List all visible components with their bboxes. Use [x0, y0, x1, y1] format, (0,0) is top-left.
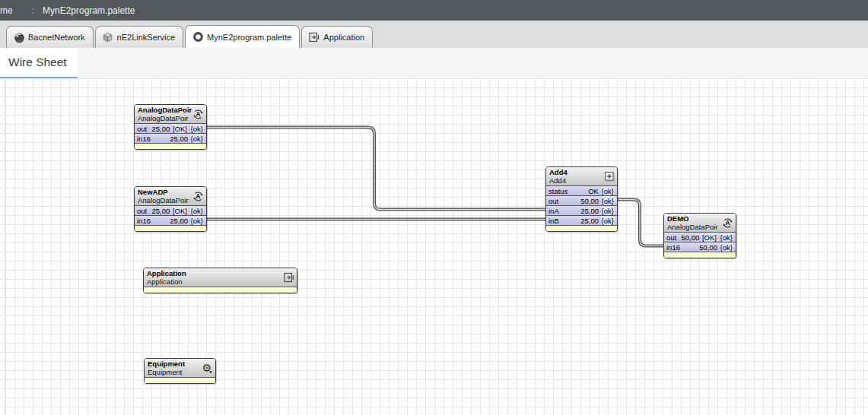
tab-myne2program-palette[interactable]: MynE2program.palette: [185, 25, 300, 48]
block-property-row-inA[interactable]: inA25,00 {ok}: [546, 205, 617, 215]
block-footer: [135, 143, 206, 149]
block-subtitle: AnalogDataPoir: [138, 114, 192, 122]
block-property-row-in16[interactable]: in1625,00 {ok}: [135, 215, 206, 225]
block-header[interactable]: DEMOAnalogDataPoirA: [664, 214, 736, 232]
block-title: DEMO: [667, 214, 721, 223]
globe-icon: [13, 31, 25, 43]
block-title: Add4: [549, 168, 603, 176]
block-property-row-status[interactable]: statusOK {ok}: [546, 185, 617, 195]
property-value: 25,00 {ok}: [580, 217, 615, 225]
tab-label: MynE2program.palette: [207, 33, 291, 42]
property-value: 50,00 {ok}: [699, 243, 733, 252]
wire-add4-out-to-demo-in16[interactable]: [618, 200, 663, 246]
block-subtitle: Application: [147, 277, 282, 286]
property-value: 25,00 [OK] {ok}: [152, 125, 204, 133]
tab-label: Application: [323, 33, 364, 42]
block-footer: [664, 252, 736, 258]
svg-text:A: A: [726, 220, 730, 227]
analog-point-icon: A: [192, 108, 205, 121]
wire-adp1-out-to-add4-inA[interactable]: [207, 128, 545, 210]
title-bar-fragment: me: [0, 5, 13, 16]
block-subtitle: Add4: [549, 176, 603, 185]
analog-point-icon: A: [192, 190, 205, 203]
property-name: in16: [137, 217, 151, 225]
block-title: Application: [147, 269, 282, 277]
block-property-row-out[interactable]: out25,00 [OK] {ok}: [135, 205, 206, 215]
title-bar-separator: :: [32, 5, 34, 16]
block-title: AnalogDataPoir: [138, 106, 192, 114]
property-name: in16: [137, 135, 151, 143]
block-header[interactable]: NewADPAnalogDataPoirA: [135, 187, 206, 205]
property-name: inA: [548, 207, 559, 215]
block-property-row-out[interactable]: out25,00 [OK] {ok}: [135, 123, 206, 133]
tab-ne2linkservice[interactable]: nE2LinkService: [95, 26, 183, 48]
property-name: inB: [548, 217, 559, 225]
block-titles: AnalogDataPoirAnalogDataPoir: [138, 106, 192, 122]
property-name: out: [548, 197, 558, 205]
block-demo[interactable]: DEMOAnalogDataPoirAout50,00 [OK] {ok}in1…: [663, 213, 736, 258]
block-header[interactable]: Add4Add4: [546, 167, 617, 185]
block-titles: ApplicationApplication: [147, 269, 282, 286]
block-title: NewADP: [138, 188, 192, 196]
block-property-row-out[interactable]: out50,00 [OK] {ok}: [664, 232, 736, 242]
tab-bar: BacnetNetworknE2LinkServiceMynE2program.…: [0, 21, 868, 48]
block-footer: [546, 225, 617, 231]
svg-text:A: A: [196, 193, 201, 200]
tab-application[interactable]: Application: [301, 26, 373, 48]
title-bar-title: MynE2program.palette: [43, 5, 135, 16]
tab-label: nE2LinkService: [117, 33, 175, 42]
tab-wire-sheet[interactable]: Wire Sheet: [0, 48, 78, 78]
property-value: 25,00 {ok}: [580, 207, 615, 215]
block-property-row-in16[interactable]: in1650,00 {ok}: [664, 242, 736, 252]
gear-icon: ⚙: [201, 362, 214, 375]
property-value: 25,00 {ok}: [170, 135, 204, 143]
wire-sheet-app: me : MynE2program.palette BacnetNetworkn…: [0, 0, 868, 415]
block-add4[interactable]: Add4Add4statusOK {ok}out50,00 {ok}inA25,…: [545, 166, 618, 232]
property-name: out: [137, 207, 147, 215]
block-application[interactable]: ApplicationApplication: [143, 268, 297, 293]
block-footer: [145, 377, 215, 383]
property-value: 50,00 [OK] {ok}: [682, 233, 733, 242]
cube-icon: [102, 31, 114, 43]
wire-sheet-canvas[interactable]: AnalogDataPoirAnalogDataPoirAout25,00 [O…: [0, 78, 868, 415]
property-name: out: [666, 233, 676, 242]
svg-text:A: A: [196, 111, 201, 118]
block-title: Equipment: [148, 360, 201, 368]
analog-point-icon: A: [721, 217, 734, 230]
block-new-adp[interactable]: NewADPAnalogDataPoirAout25,00 [OK] {ok}i…: [134, 186, 207, 232]
app-window-icon: [282, 271, 295, 284]
block-subtitle: Equipment: [148, 368, 201, 376]
ring-icon: [192, 31, 204, 43]
block-header[interactable]: EquipmentEquipment⚙: [145, 359, 215, 377]
block-subtitle: AnalogDataPoir: [138, 196, 192, 204]
property-value: 50,00 {ok}: [580, 197, 615, 205]
block-header[interactable]: ApplicationApplication: [144, 268, 297, 287]
property-value: OK {ok}: [588, 187, 615, 195]
block-footer: [135, 225, 206, 231]
block-header[interactable]: AnalogDataPoirAnalogDataPoirA: [135, 105, 206, 123]
block-subtitle: AnalogDataPoir: [667, 223, 721, 231]
block-analog-data-point-1[interactable]: AnalogDataPoirAnalogDataPoirAout25,00 [O…: [134, 104, 207, 150]
block-footer: [144, 287, 297, 293]
block-titles: Add4Add4: [549, 168, 603, 185]
block-equipment[interactable]: EquipmentEquipment⚙: [144, 358, 216, 384]
property-name: status: [548, 187, 568, 195]
tab-label: BacnetNetwork: [28, 33, 85, 42]
app-window-icon: [308, 31, 320, 43]
block-titles: EquipmentEquipment: [148, 360, 201, 376]
block-titles: DEMOAnalogDataPoir: [667, 214, 721, 231]
block-titles: NewADPAnalogDataPoir: [138, 188, 192, 204]
tab-bacnetnetwork[interactable]: BacnetNetwork: [6, 26, 94, 48]
block-property-row-in16[interactable]: in1625,00 {ok}: [135, 133, 206, 143]
view-bar: Wire Sheet: [0, 48, 868, 78]
block-property-row-inB[interactable]: inB25,00 {ok}: [546, 215, 617, 225]
property-value: 25,00 [OK] {ok}: [152, 207, 204, 215]
wires-layer: [0, 78, 868, 415]
property-name: out: [137, 125, 147, 133]
add-icon: [603, 170, 615, 183]
property-name: in16: [666, 243, 680, 252]
property-value: 25,00 {ok}: [170, 217, 204, 225]
block-property-row-out[interactable]: out50,00 {ok}: [546, 195, 617, 205]
title-bar: me : MynE2program.palette: [0, 0, 868, 21]
